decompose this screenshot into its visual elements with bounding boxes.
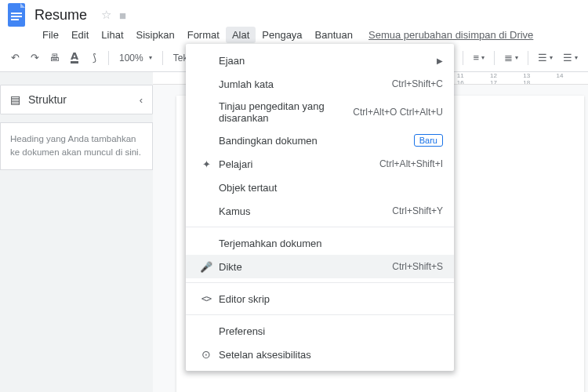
menu-view[interactable]: Lihat [95, 27, 129, 43]
align-button[interactable]: ≡ [469, 49, 488, 67]
menu-shortcut: Ctrl+Alt+O Ctrl+Alt+U [353, 107, 443, 118]
docs-logo-icon[interactable] [6, 2, 27, 28]
svg-rect-2 [11, 16, 22, 17]
menu-addons[interactable]: Pengaya [256, 27, 308, 43]
menu-label: Jumlah kata [216, 78, 392, 90]
separator [108, 51, 109, 65]
menu-label: Ejaan [216, 55, 437, 67]
menu-insert[interactable]: Sisipkan [130, 27, 181, 43]
submenu-arrow-icon: ▶ [437, 56, 443, 65]
ruler-tick: 18 [511, 79, 543, 85]
document-title[interactable]: Resume [34, 7, 87, 24]
redo-button[interactable]: ↷ [26, 49, 43, 67]
menu-edit[interactable]: Edit [65, 27, 95, 43]
menu-label: Bandingkan dokumen [216, 135, 414, 147]
menu-shortcut: Ctrl+Shift+S [392, 261, 443, 272]
menu-separator [186, 282, 454, 283]
bulleted-list-button[interactable]: ☰ [559, 49, 582, 67]
paint-format-button[interactable]: ⟆ [85, 49, 103, 67]
menu-translate[interactable]: Terjemahkan dokumen [186, 231, 454, 255]
separator [494, 51, 495, 65]
microphone-icon: 🎤 [197, 261, 216, 273]
menu-shortcut: Ctrl+Shift+Y [392, 205, 443, 216]
menu-tools[interactable]: Alat [226, 27, 256, 43]
menu-spelling[interactable]: Ejaan ▶ [186, 49, 454, 72]
menu-separator [186, 314, 454, 315]
menu-label: Preferensi [216, 325, 443, 337]
menu-script-editor[interactable]: <> Editor skrip [186, 287, 454, 310]
menu-label: Kamus [216, 205, 392, 217]
outline-header-card: ▤ Struktur ‹ [0, 85, 153, 114]
separator [528, 51, 528, 65]
svg-rect-1 [11, 13, 22, 14]
spellcheck-button[interactable]: A̲ [66, 49, 83, 67]
menu-format[interactable]: Format [181, 27, 226, 43]
menu-label: Dikte [216, 261, 392, 273]
tools-dropdown: Ejaan ▶ Jumlah kata Ctrl+Shift+C Tinjau … [186, 44, 454, 371]
menu-word-count[interactable]: Jumlah kata Ctrl+Shift+C [186, 72, 454, 96]
zoom-select[interactable]: 100% [114, 53, 157, 64]
title-bar: Resume ☆ ■ [0, 0, 588, 25]
line-spacing-button[interactable]: ≣ [500, 49, 522, 67]
undo-button[interactable]: ↶ [6, 49, 24, 67]
ruler-tick: 17 [477, 79, 509, 85]
menu-shortcut: Ctrl+Alt+Shift+I [379, 158, 443, 169]
folder-icon[interactable]: ■ [119, 9, 126, 22]
menu-explore[interactable]: ✦ Pelajari Ctrl+Alt+Shift+I [186, 152, 454, 176]
menu-linked-objects[interactable]: Objek tertaut [186, 176, 454, 199]
numbered-list-button[interactable]: ☰ [534, 49, 557, 67]
outline-list-icon: ▤ [10, 93, 20, 106]
menu-accessibility[interactable]: ⊙ Setelan aksesibilitas [186, 343, 454, 366]
menu-label: Setelan aksesibilitas [216, 349, 443, 361]
accessibility-icon: ⊙ [197, 348, 216, 361]
menu-label: Editor skrip [216, 293, 443, 305]
chevron-left-icon[interactable]: ‹ [140, 94, 143, 106]
new-badge: Baru [414, 134, 443, 147]
menu-file[interactable]: File [36, 27, 65, 43]
explore-icon: ✦ [197, 158, 216, 170]
outline-sidebar: ▤ Struktur ‹ Heading yang Anda tambahkan… [0, 72, 153, 392]
ruler-tick: 13 [511, 72, 543, 79]
separator [463, 51, 463, 65]
separator [162, 51, 163, 65]
menu-help[interactable]: Bantuan [309, 27, 359, 43]
code-icon: <> [197, 293, 216, 304]
toolbar-right: ≡ ≣ ☰ ☰ [433, 49, 582, 67]
ruler-tick: 14 [544, 72, 575, 79]
ruler-tick: 12 [477, 72, 509, 79]
menu-label: Terjemahkan dokumen [216, 238, 443, 249]
save-status[interactable]: Semua perubahan disimpan di Drive [368, 29, 533, 41]
menu-separator [186, 227, 454, 227]
menu-label: Tinjau pengeditan yang disarankan [216, 100, 353, 124]
menu-compare-documents[interactable]: Bandingkan dokumen Baru [186, 129, 454, 152]
svg-rect-3 [11, 19, 19, 20]
outline-empty-message: Heading yang Anda tambahkan ke dokumen a… [0, 122, 153, 170]
star-icon[interactable]: ☆ [101, 8, 111, 22]
menu-dictionary[interactable]: Kamus Ctrl+Shift+Y [186, 199, 454, 223]
menu-shortcut: Ctrl+Shift+C [392, 78, 443, 89]
outline-header[interactable]: ▤ Struktur ‹ [1, 85, 152, 114]
outline-title: Struktur [28, 93, 67, 106]
menu-review-suggestions[interactable]: Tinjau pengeditan yang disarankan Ctrl+A… [186, 96, 454, 129]
menu-label: Objek tertaut [216, 182, 443, 194]
print-button[interactable]: 🖶 [45, 49, 64, 67]
menu-voice-typing[interactable]: 🎤 Dikte Ctrl+Shift+S [186, 255, 454, 278]
menu-preferences[interactable]: Preferensi [186, 319, 454, 343]
menu-label: Pelajari [216, 158, 379, 170]
menu-bar: File Edit Lihat Sisipkan Format Alat Pen… [0, 25, 588, 44]
